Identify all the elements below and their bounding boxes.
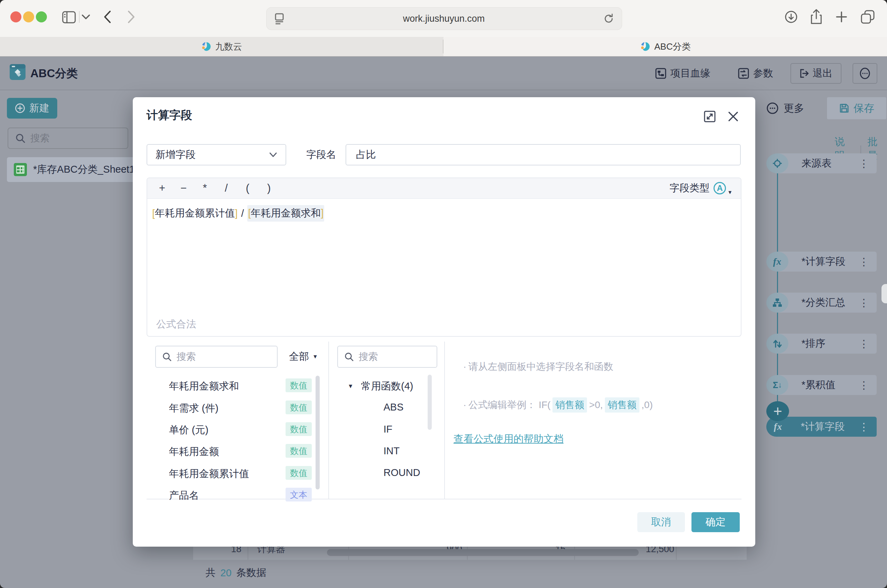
function-item-int[interactable]: INT (383, 445, 400, 457)
cancel-button[interactable]: 取消 (637, 512, 685, 532)
function-item-abs[interactable]: ABS (383, 402, 403, 413)
op-close-paren[interactable]: ) (258, 182, 280, 194)
function-group-row[interactable]: ▼ 常用函数(4) (347, 380, 413, 393)
op-open-paren[interactable]: ( (237, 182, 258, 194)
formula-field-token[interactable]: 年耗用金额累计值 (155, 207, 235, 220)
field-name: 单价 (元) (169, 423, 208, 437)
op-multiply[interactable]: * (194, 182, 215, 194)
lineage-icon (655, 68, 666, 79)
kebab-menu-icon[interactable]: ⋮ (859, 297, 869, 309)
tab-overview-button[interactable] (860, 9, 875, 24)
sidebar-search-input[interactable]: 搜索 (8, 128, 128, 149)
field-type-a-icon: A (714, 182, 726, 194)
sales-token: 销售额 (552, 398, 587, 412)
new-tab-button[interactable] (835, 10, 848, 23)
tab-jiushuyun[interactable]: 九数云 (0, 37, 443, 56)
tab-label: 九数云 (215, 40, 242, 53)
forward-button[interactable] (127, 10, 136, 24)
dialog-title: 计算字段 (147, 108, 192, 123)
sort-icon (766, 334, 788, 354)
close-window-button[interactable] (11, 11, 21, 22)
confirm-button[interactable]: 确定 (692, 512, 740, 532)
flow-node-source-table[interactable]: 来源表 ⋮ (777, 153, 876, 173)
params-button[interactable]: 参数 (738, 57, 773, 90)
kebab-menu-icon[interactable]: ⋮ (859, 421, 869, 433)
share-button[interactable] (810, 9, 823, 25)
close-icon[interactable] (727, 110, 740, 123)
reader-view-icon[interactable] (274, 13, 284, 24)
total-prefix: 共 (206, 566, 215, 580)
flow-node-calc-field-1[interactable]: fx *计算字段 ⋮ (777, 252, 876, 272)
new-dataset-button[interactable]: 新建 (7, 98, 57, 118)
back-button[interactable] (103, 10, 112, 24)
kebab-menu-icon[interactable]: ⋮ (859, 158, 869, 170)
formula-help-link[interactable]: 查看公式使用的帮助文档 (454, 432, 564, 446)
picker-panels: 搜索 全部 ▼ 年耗用金额求和 数值 年需求 (件) 数值 单价 (元) 数值 … (147, 337, 741, 500)
exit-icon (800, 69, 809, 78)
field-type-label: 字段类型 (669, 181, 710, 195)
op-plus[interactable]: + (151, 182, 173, 194)
function-item-round[interactable]: ROUND (383, 467, 420, 478)
header-more-button[interactable] (852, 63, 877, 84)
node-label: *累积值 (801, 378, 835, 392)
field-mode-select[interactable]: 新增字段 (147, 144, 286, 165)
params-label: 参数 (753, 66, 773, 80)
field-list-scrollbar[interactable] (316, 376, 320, 489)
node-label: *计算字段 (801, 255, 845, 268)
tab-abc-classification[interactable]: ABC分类 (444, 37, 887, 56)
function-search-input[interactable]: 搜索 (337, 346, 437, 368)
kebab-menu-icon[interactable]: ⋮ (859, 256, 869, 268)
panel-drag-handle[interactable] (881, 284, 887, 303)
address-bar[interactable]: work.jiushuyun.com (266, 7, 622, 30)
kebab-menu-icon[interactable]: ⋮ (859, 379, 869, 391)
zoom-window-button[interactable] (36, 11, 47, 22)
mode-select-value: 新增字段 (156, 148, 195, 162)
flow-node-sort[interactable]: *排序 ⋮ (777, 334, 876, 354)
expand-dialog-icon[interactable] (704, 110, 716, 123)
minimize-window-button[interactable] (23, 11, 34, 22)
field-search-input[interactable]: 搜索 (155, 346, 278, 368)
exit-button[interactable]: 退出 (791, 63, 842, 84)
caret-down-icon: ▼ (727, 189, 732, 195)
exit-label: 退出 (812, 66, 833, 80)
more-label: 更多 (783, 101, 804, 116)
field-name-input[interactable]: 占比 (346, 144, 741, 165)
search-placeholder: 搜索 (359, 350, 378, 363)
field-type-badge: 数值 (286, 466, 312, 480)
refresh-icon[interactable] (603, 13, 614, 24)
field-type-badge: 文本 (286, 488, 312, 501)
kebab-menu-icon[interactable]: ⋮ (859, 338, 869, 350)
function-list-scrollbar[interactable] (428, 375, 432, 430)
project-lineage-button[interactable]: 项目血缘 (655, 57, 710, 90)
flow-node-cumulative[interactable]: Σ↓ *累积值 ⋮ (777, 375, 876, 395)
downloads-button[interactable] (784, 10, 798, 24)
sidebar-item-sheet[interactable]: *库存ABC分类_Sheet1 (7, 157, 149, 182)
op-minus[interactable]: − (173, 182, 194, 194)
field-name-label: 字段名 (306, 144, 336, 165)
chevron-down-icon (269, 152, 277, 158)
page-title: ABC分类 (30, 57, 78, 90)
formula-editor[interactable]: + − * / ( ) 字段类型 A ▼ [年耗用金额累计值] / [年耗用金额… (147, 177, 741, 337)
field-filter-dropdown[interactable]: 全部 ▼ (289, 346, 318, 368)
formula-field-token-highlighted[interactable]: [年耗用金额求和] (247, 205, 324, 222)
bracket: [ (152, 208, 155, 219)
sidebar-toggle-icon[interactable] (62, 11, 76, 23)
new-button-label: 新建 (29, 101, 49, 115)
op-divide[interactable]: / (215, 182, 237, 194)
tab-label: ABC分类 (654, 40, 690, 53)
add-step-button[interactable]: + (766, 401, 789, 421)
field-type-control[interactable]: 字段类型 A ▼ (669, 178, 732, 198)
more-menu-button[interactable]: 更多 (766, 97, 804, 119)
function-item-if[interactable]: IF (383, 424, 392, 435)
hint-text: 请从左侧面板中选择字段名和函数 (468, 360, 613, 373)
chevron-down-icon[interactable] (81, 14, 90, 20)
formula-field-name: 年耗用金额求和 (251, 207, 321, 219)
total-suffix: 条数据 (236, 566, 266, 580)
save-button[interactable]: 保存 (827, 97, 886, 119)
node-label: *排序 (801, 337, 825, 351)
horizontal-scrollbar[interactable] (327, 549, 639, 556)
flow-node-group-summary[interactable]: *分类汇总 ⋮ (777, 292, 876, 313)
org-chart-icon (766, 292, 788, 313)
hint-line-1: · 请从左侧面板中选择字段名和函数 (463, 360, 613, 373)
ellipsis-circle-icon (766, 102, 779, 114)
